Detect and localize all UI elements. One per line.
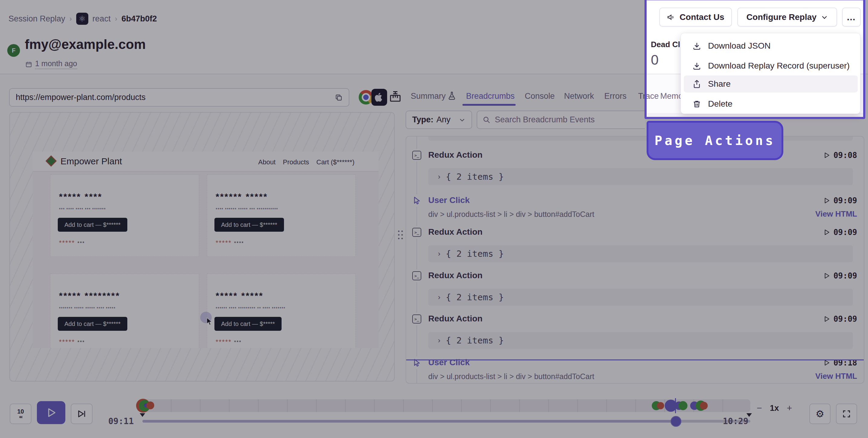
fullscreen-button[interactable] <box>836 404 857 424</box>
menu-item-label: Download Replay Record (superuser) <box>708 61 849 71</box>
speed-controls: − 1x + <box>757 403 792 413</box>
event-title[interactable]: User Click <box>428 196 470 205</box>
event-body-collapsed[interactable]: ›{ 2 items } <box>428 289 853 306</box>
add-to-cart-button[interactable]: Add to cart — $****** <box>214 218 284 232</box>
event-body-collapsed[interactable]: ›{ 2 items } <box>428 168 853 185</box>
event-timestamp[interactable]: 09:09 <box>823 196 857 205</box>
panel-resize-handle[interactable] <box>397 230 403 240</box>
event-body-collapsed[interactable]: ›{ 2 items } <box>428 136 853 141</box>
breadcrumb-replay-id: 6b47b0f2 <box>122 14 157 24</box>
add-to-cart-button[interactable]: Add to cart — $****** <box>58 317 127 331</box>
rewind-10s-button[interactable]: 10 ‹‹‹ <box>10 404 31 424</box>
product-description: ****** **** ********* ** **** ******* <box>216 306 285 311</box>
page-title: fmy@example.com <box>25 37 146 52</box>
avatar: F <box>7 44 20 57</box>
tab-breadcrumbs[interactable]: Breadcrumbs <box>466 92 515 101</box>
speed-increase-button[interactable]: + <box>787 403 793 413</box>
menu-item-download-replay-record-superuser[interactable]: Download Replay Record (superuser) <box>684 57 858 74</box>
product-card: ***** ******* **** **** *** *******Add t… <box>50 174 199 257</box>
download-icon <box>692 61 701 70</box>
breadcrumb-events-panel[interactable]: ›{ 2 items }>_Redux Action09:08›{ 2 item… <box>406 136 864 383</box>
tab-network[interactable]: Network <box>564 92 594 101</box>
breadcrumb-separator: › <box>115 14 117 23</box>
cursor-icon <box>206 317 213 326</box>
cursor-icon <box>410 357 423 369</box>
last-seen: 1 month ago <box>25 59 77 69</box>
product-title: ***** ******** <box>59 291 120 301</box>
event-body-collapsed[interactable]: ›{ 2 items } <box>428 245 853 262</box>
tab-console[interactable]: Console <box>525 92 555 101</box>
timeline-current-tick <box>675 398 676 413</box>
search-placeholder: Search Breadcrumb Events <box>495 115 595 125</box>
event-body-collapsed[interactable]: ›{ 2 items } <box>428 332 853 349</box>
event-title[interactable]: Redux Action <box>428 227 483 237</box>
settings-button[interactable]: ⚙ <box>809 404 831 424</box>
calendar-icon <box>25 61 32 68</box>
tab-errors[interactable]: Errors <box>604 92 627 101</box>
chevron-down-icon <box>821 13 828 21</box>
event-timestamp[interactable]: 09:09 <box>823 314 857 324</box>
event-title[interactable]: User Click <box>428 358 470 367</box>
product-rating: ***** *** <box>59 338 85 346</box>
gear-icon: ⚙ <box>816 408 825 419</box>
menu-item-download-json[interactable]: Download JSON <box>684 37 858 55</box>
menu-item-label: Delete <box>708 99 733 109</box>
replay-player[interactable]: Empower Plant AboutProductsCart ($******… <box>9 112 395 381</box>
skip-to-end-button[interactable] <box>71 404 93 424</box>
menu-item-share[interactable]: Share <box>684 75 858 93</box>
menu-item-delete[interactable]: Delete <box>684 96 858 112</box>
view-html-link[interactable]: View HTML <box>815 372 857 381</box>
play-button[interactable] <box>37 401 65 424</box>
event-timestamp[interactable]: 09:09 <box>823 271 857 280</box>
duration-label: 10:29 <box>723 416 746 426</box>
tab-summary[interactable]: Summary <box>411 92 446 101</box>
product-rating: ***** **** <box>216 239 244 247</box>
chevron-down-icon <box>459 116 465 123</box>
search-icon <box>483 116 491 124</box>
event-title[interactable]: Redux Action <box>428 314 483 324</box>
share-icon <box>692 79 701 89</box>
copy-icon[interactable] <box>335 94 343 101</box>
timeline-event-dot[interactable] <box>700 402 708 410</box>
chrome-icon <box>359 90 373 104</box>
configure-replay-button[interactable]: Configure Replay <box>737 7 837 27</box>
annotation-callout: Page Actions <box>647 121 783 160</box>
timeline-event-dot[interactable] <box>146 401 154 409</box>
add-to-cart-button[interactable]: Add to cart — $***** <box>214 317 282 331</box>
configure-replay-label: Configure Replay <box>746 12 816 22</box>
site-nav-item: Products <box>283 158 309 166</box>
breadcrumb-root[interactable]: Session Replay <box>8 14 65 24</box>
more-actions-button[interactable]: … <box>842 7 861 27</box>
play-icon <box>45 407 57 418</box>
event-timestamp[interactable]: 09:09 <box>823 228 857 237</box>
view-html-link[interactable]: View HTML <box>815 209 857 219</box>
timeline-event-dot[interactable] <box>678 401 687 410</box>
event-timestamp[interactable]: 09:08 <box>823 151 857 160</box>
current-time-label: 09:11 <box>108 416 132 426</box>
skip-icon <box>76 409 87 419</box>
search-input[interactable]: Search Breadcrumb Events <box>477 110 645 129</box>
event-title[interactable]: Redux Action <box>428 150 483 160</box>
cursor-icon <box>410 194 423 207</box>
contact-us-button[interactable]: Contact Us <box>659 7 732 27</box>
terminal-icon: >_ <box>410 149 423 162</box>
event-selector: div > ul.products-list > li > div > butt… <box>428 210 594 219</box>
breadcrumb-project[interactable]: react <box>93 14 111 24</box>
tab-trace[interactable]: Trace <box>638 92 659 101</box>
last-seen-label[interactable]: 1 month ago <box>35 59 77 69</box>
trash-icon <box>692 99 701 108</box>
fullscreen-icon <box>842 409 851 418</box>
seek-bar-progress <box>143 420 676 423</box>
react-project-icon: ⚛ <box>76 13 88 25</box>
seek-knob[interactable] <box>671 416 681 427</box>
menu-item-label: Share <box>708 79 731 89</box>
timeline-event-dot[interactable] <box>657 402 664 409</box>
type-filter-label: Type: <box>412 115 433 125</box>
event-title[interactable]: Redux Action <box>428 271 483 280</box>
product-rating: ***** *** <box>59 239 85 247</box>
event-selector: div > ul.products-list > li > div > butt… <box>428 372 594 381</box>
type-filter-select[interactable]: Type: Any <box>406 110 472 129</box>
add-to-cart-button[interactable]: Add to cart — $****** <box>58 218 127 232</box>
speed-decrease-button[interactable]: − <box>757 403 762 413</box>
download-icon <box>692 41 701 50</box>
